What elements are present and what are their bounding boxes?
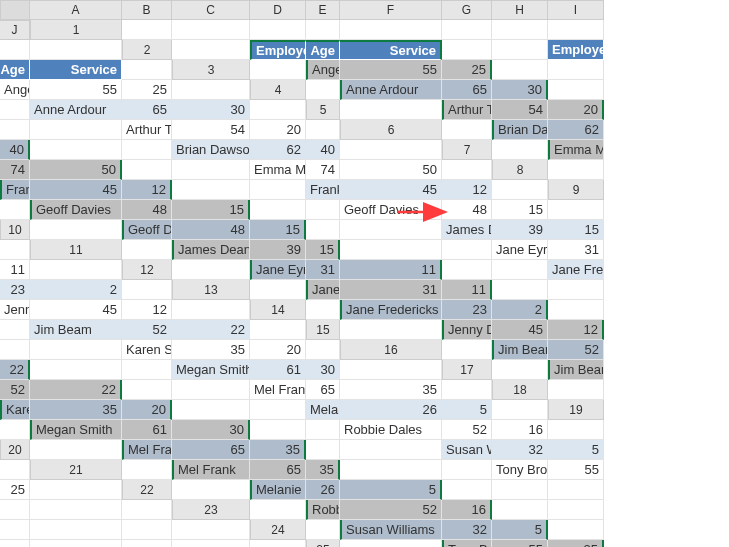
cell-E24[interactable]	[548, 520, 604, 540]
cell-G3[interactable]: Angela Derby	[0, 80, 30, 100]
cell-J12[interactable]	[122, 280, 172, 300]
cell-E17[interactable]	[122, 380, 172, 400]
cell-J9[interactable]	[548, 200, 604, 220]
cell-G15[interactable]: Karen Smith	[122, 340, 172, 360]
cell-E2[interactable]	[442, 40, 492, 60]
cell-G10[interactable]: James Dean	[442, 220, 492, 240]
cell-B12[interactable]: Jane Eyre	[250, 260, 306, 280]
cell-E20[interactable]	[306, 440, 340, 460]
cell-C4[interactable]: 65	[442, 80, 492, 100]
cell-I9[interactable]: 15	[492, 200, 548, 220]
cell-C23[interactable]: 52	[340, 500, 442, 520]
cell-A25[interactable]	[340, 540, 442, 547]
cell-G2[interactable]: Employee	[548, 40, 604, 60]
cell-G7[interactable]: Emma Matthews	[250, 160, 306, 180]
row-header-6[interactable]: 6	[340, 120, 442, 140]
cell-H6[interactable]: 62	[250, 140, 306, 160]
cell-H9[interactable]: 48	[442, 200, 492, 220]
cell-D12[interactable]: 11	[340, 260, 442, 280]
cell-C24[interactable]: 32	[442, 520, 492, 540]
cell-C18[interactable]: 35	[30, 400, 122, 420]
cell-J11[interactable]	[30, 260, 122, 280]
cell-G4[interactable]: Anne Ardour	[30, 100, 122, 120]
cell-D22[interactable]: 5	[340, 480, 442, 500]
cell-B24[interactable]: Susan Williams	[340, 520, 442, 540]
cell-D15[interactable]: 12	[548, 320, 604, 340]
cell-D23[interactable]: 16	[442, 500, 492, 520]
cell-C15[interactable]: 45	[492, 320, 548, 340]
cell-E3[interactable]	[492, 60, 548, 80]
cell-F4[interactable]	[0, 100, 30, 120]
cell-I24[interactable]	[172, 540, 250, 547]
cell-A4[interactable]	[306, 80, 340, 100]
cell-B25[interactable]: Tony Brooks	[442, 540, 492, 547]
cell-C14[interactable]: 23	[442, 300, 492, 320]
cell-B3[interactable]: Angela Derby	[306, 60, 340, 80]
cell-F12[interactable]	[492, 260, 548, 280]
cell-A6[interactable]	[442, 120, 492, 140]
cell-E12[interactable]	[442, 260, 492, 280]
cell-B5[interactable]: Arthur Tromp	[442, 100, 492, 120]
col-header-I[interactable]: I	[548, 0, 604, 20]
cell-C19[interactable]: 61	[122, 420, 172, 440]
cell-H18[interactable]: 26	[340, 400, 442, 420]
cell-B13[interactable]: Jane Eyre	[306, 280, 340, 300]
cell-D2[interactable]: Service	[340, 40, 442, 60]
cell-C3[interactable]: 55	[340, 60, 442, 80]
cell-F2[interactable]	[492, 40, 548, 60]
cell-J23[interactable]	[172, 520, 250, 540]
col-header-H[interactable]: H	[492, 0, 548, 20]
cell-A19[interactable]	[0, 420, 30, 440]
row-header-25[interactable]: 25	[306, 540, 340, 547]
cell-G16[interactable]: Megan Smith	[172, 360, 250, 380]
cell-F16[interactable]	[122, 360, 172, 380]
cell-D19[interactable]: 30	[172, 420, 250, 440]
cell-B21[interactable]: Mel Frank	[172, 460, 250, 480]
row-header-13[interactable]: 13	[172, 280, 250, 300]
row-header-11[interactable]: 11	[30, 240, 122, 260]
cell-D17[interactable]: 22	[30, 380, 122, 400]
cell-F6[interactable]	[122, 140, 172, 160]
col-header-B[interactable]: B	[122, 0, 172, 20]
cell-F15[interactable]	[30, 340, 122, 360]
cell-J10[interactable]	[0, 240, 30, 260]
cell-E21[interactable]	[340, 460, 442, 480]
cell-H12[interactable]: 23	[0, 280, 30, 300]
cell-H20[interactable]: 32	[492, 440, 548, 460]
cell-H4[interactable]: 65	[122, 100, 172, 120]
cell-D21[interactable]: 35	[306, 460, 340, 480]
cell-A12[interactable]	[172, 260, 250, 280]
cell-G13[interactable]: Jenny Davies	[0, 300, 30, 320]
cell-G8[interactable]: Frank Brown	[306, 180, 340, 200]
cell-E8[interactable]	[172, 180, 250, 200]
cell-J19[interactable]	[548, 420, 604, 440]
cell-J7[interactable]	[442, 160, 492, 180]
row-header-2[interactable]: 2	[122, 40, 172, 60]
cell-G9[interactable]: Geoff Davies	[340, 200, 442, 220]
row-header-21[interactable]: 21	[30, 460, 122, 480]
cell-A3[interactable]	[250, 60, 306, 80]
cell-I20[interactable]: 5	[548, 440, 604, 460]
cell-D1[interactable]	[306, 20, 340, 40]
cell-C2[interactable]: Age	[306, 40, 340, 60]
cell-A1[interactable]	[122, 20, 172, 40]
cell-D9[interactable]: 15	[172, 200, 250, 220]
cell-C6[interactable]: 62	[548, 120, 604, 140]
cell-I23[interactable]	[122, 520, 172, 540]
cell-G21[interactable]: Tony Brooks	[492, 460, 548, 480]
cell-B7[interactable]: Emma Matthew	[548, 140, 604, 160]
cell-G22[interactable]	[548, 480, 604, 500]
cell-C5[interactable]: 54	[492, 100, 548, 120]
cell-F22[interactable]	[492, 480, 548, 500]
cell-H5[interactable]: 54	[172, 120, 250, 140]
cell-H13[interactable]: 45	[30, 300, 122, 320]
cell-C10[interactable]: 48	[172, 220, 250, 240]
col-header-A[interactable]: A	[30, 0, 122, 20]
cell-H15[interactable]: 35	[172, 340, 250, 360]
cell-G20[interactable]: Susan Williams	[442, 440, 492, 460]
cell-F1[interactable]	[442, 20, 492, 40]
cell-J17[interactable]	[442, 380, 492, 400]
cell-D10[interactable]: 15	[250, 220, 306, 240]
cell-D13[interactable]: 11	[442, 280, 492, 300]
cell-B15[interactable]: Jenny Davies	[442, 320, 492, 340]
